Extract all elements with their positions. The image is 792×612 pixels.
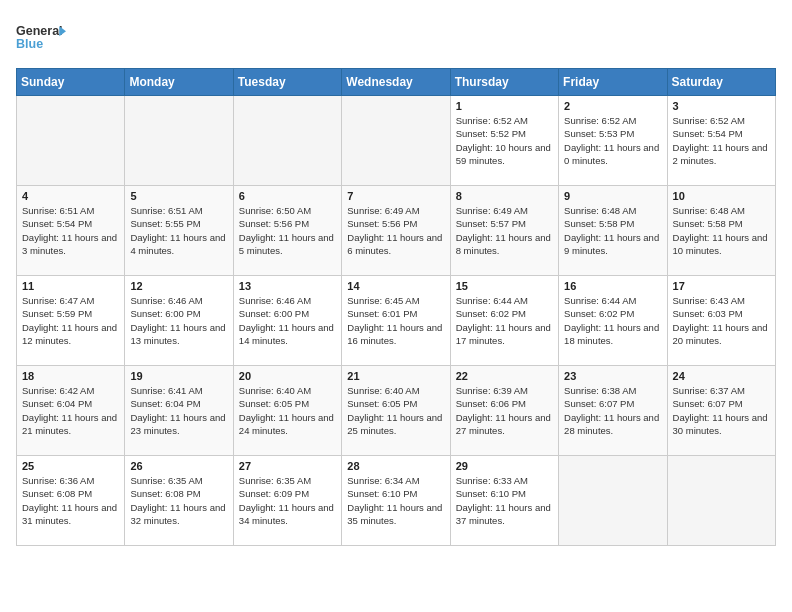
day-info: Sunrise: 6:40 AMSunset: 6:05 PMDaylight:…: [239, 384, 336, 437]
weekday-header: Thursday: [450, 69, 558, 96]
day-info: Sunrise: 6:48 AMSunset: 5:58 PMDaylight:…: [673, 204, 770, 257]
calendar-cell: 11Sunrise: 6:47 AMSunset: 5:59 PMDayligh…: [17, 276, 125, 366]
calendar-cell: [559, 456, 667, 546]
day-number: 29: [456, 460, 553, 472]
day-number: 16: [564, 280, 661, 292]
calendar-cell: 6Sunrise: 6:50 AMSunset: 5:56 PMDaylight…: [233, 186, 341, 276]
day-info: Sunrise: 6:48 AMSunset: 5:58 PMDaylight:…: [564, 204, 661, 257]
calendar-week-row: 11Sunrise: 6:47 AMSunset: 5:59 PMDayligh…: [17, 276, 776, 366]
day-info: Sunrise: 6:52 AMSunset: 5:53 PMDaylight:…: [564, 114, 661, 167]
calendar-cell: 3Sunrise: 6:52 AMSunset: 5:54 PMDaylight…: [667, 96, 775, 186]
calendar-cell: 15Sunrise: 6:44 AMSunset: 6:02 PMDayligh…: [450, 276, 558, 366]
day-number: 24: [673, 370, 770, 382]
day-info: Sunrise: 6:46 AMSunset: 6:00 PMDaylight:…: [239, 294, 336, 347]
calendar-cell: 23Sunrise: 6:38 AMSunset: 6:07 PMDayligh…: [559, 366, 667, 456]
day-info: Sunrise: 6:35 AMSunset: 6:08 PMDaylight:…: [130, 474, 227, 527]
day-number: 11: [22, 280, 119, 292]
calendar-table: SundayMondayTuesdayWednesdayThursdayFrid…: [16, 68, 776, 546]
calendar-cell: 26Sunrise: 6:35 AMSunset: 6:08 PMDayligh…: [125, 456, 233, 546]
calendar-cell: 21Sunrise: 6:40 AMSunset: 6:05 PMDayligh…: [342, 366, 450, 456]
calendar-cell: 18Sunrise: 6:42 AMSunset: 6:04 PMDayligh…: [17, 366, 125, 456]
day-info: Sunrise: 6:40 AMSunset: 6:05 PMDaylight:…: [347, 384, 444, 437]
day-info: Sunrise: 6:41 AMSunset: 6:04 PMDaylight:…: [130, 384, 227, 437]
day-info: Sunrise: 6:45 AMSunset: 6:01 PMDaylight:…: [347, 294, 444, 347]
day-number: 17: [673, 280, 770, 292]
svg-text:General: General: [16, 24, 63, 38]
weekday-header: Friday: [559, 69, 667, 96]
day-number: 8: [456, 190, 553, 202]
calendar-cell: 19Sunrise: 6:41 AMSunset: 6:04 PMDayligh…: [125, 366, 233, 456]
calendar-cell: 28Sunrise: 6:34 AMSunset: 6:10 PMDayligh…: [342, 456, 450, 546]
day-number: 20: [239, 370, 336, 382]
day-info: Sunrise: 6:35 AMSunset: 6:09 PMDaylight:…: [239, 474, 336, 527]
day-number: 23: [564, 370, 661, 382]
calendar-cell: 20Sunrise: 6:40 AMSunset: 6:05 PMDayligh…: [233, 366, 341, 456]
calendar-cell: 5Sunrise: 6:51 AMSunset: 5:55 PMDaylight…: [125, 186, 233, 276]
weekday-header: Monday: [125, 69, 233, 96]
calendar-cell: 1Sunrise: 6:52 AMSunset: 5:52 PMDaylight…: [450, 96, 558, 186]
calendar-cell: 24Sunrise: 6:37 AMSunset: 6:07 PMDayligh…: [667, 366, 775, 456]
day-number: 21: [347, 370, 444, 382]
day-info: Sunrise: 6:36 AMSunset: 6:08 PMDaylight:…: [22, 474, 119, 527]
day-number: 26: [130, 460, 227, 472]
day-info: Sunrise: 6:42 AMSunset: 6:04 PMDaylight:…: [22, 384, 119, 437]
day-number: 12: [130, 280, 227, 292]
day-number: 18: [22, 370, 119, 382]
day-info: Sunrise: 6:46 AMSunset: 6:00 PMDaylight:…: [130, 294, 227, 347]
day-number: 14: [347, 280, 444, 292]
calendar-cell: 2Sunrise: 6:52 AMSunset: 5:53 PMDaylight…: [559, 96, 667, 186]
calendar-week-row: 18Sunrise: 6:42 AMSunset: 6:04 PMDayligh…: [17, 366, 776, 456]
logo: General Blue: [16, 16, 66, 60]
weekday-header: Sunday: [17, 69, 125, 96]
day-info: Sunrise: 6:52 AMSunset: 5:54 PMDaylight:…: [673, 114, 770, 167]
day-number: 3: [673, 100, 770, 112]
header: General Blue: [16, 16, 776, 60]
day-info: Sunrise: 6:49 AMSunset: 5:56 PMDaylight:…: [347, 204, 444, 257]
day-info: Sunrise: 6:39 AMSunset: 6:06 PMDaylight:…: [456, 384, 553, 437]
calendar-week-row: 4Sunrise: 6:51 AMSunset: 5:54 PMDaylight…: [17, 186, 776, 276]
day-number: 15: [456, 280, 553, 292]
day-number: 19: [130, 370, 227, 382]
day-info: Sunrise: 6:43 AMSunset: 6:03 PMDaylight:…: [673, 294, 770, 347]
calendar-cell: 7Sunrise: 6:49 AMSunset: 5:56 PMDaylight…: [342, 186, 450, 276]
day-number: 13: [239, 280, 336, 292]
calendar-cell: 25Sunrise: 6:36 AMSunset: 6:08 PMDayligh…: [17, 456, 125, 546]
calendar-cell: 27Sunrise: 6:35 AMSunset: 6:09 PMDayligh…: [233, 456, 341, 546]
svg-marker-2: [59, 26, 66, 36]
day-info: Sunrise: 6:50 AMSunset: 5:56 PMDaylight:…: [239, 204, 336, 257]
calendar-cell: [125, 96, 233, 186]
day-info: Sunrise: 6:52 AMSunset: 5:52 PMDaylight:…: [456, 114, 553, 167]
calendar-cell: 8Sunrise: 6:49 AMSunset: 5:57 PMDaylight…: [450, 186, 558, 276]
svg-text:Blue: Blue: [16, 37, 43, 51]
day-number: 2: [564, 100, 661, 112]
calendar-cell: 4Sunrise: 6:51 AMSunset: 5:54 PMDaylight…: [17, 186, 125, 276]
day-number: 4: [22, 190, 119, 202]
day-info: Sunrise: 6:38 AMSunset: 6:07 PMDaylight:…: [564, 384, 661, 437]
day-number: 10: [673, 190, 770, 202]
calendar-cell: 14Sunrise: 6:45 AMSunset: 6:01 PMDayligh…: [342, 276, 450, 366]
day-number: 1: [456, 100, 553, 112]
calendar-cell: [17, 96, 125, 186]
day-info: Sunrise: 6:37 AMSunset: 6:07 PMDaylight:…: [673, 384, 770, 437]
calendar-cell: [233, 96, 341, 186]
day-number: 7: [347, 190, 444, 202]
calendar-cell: 10Sunrise: 6:48 AMSunset: 5:58 PMDayligh…: [667, 186, 775, 276]
calendar-cell: [342, 96, 450, 186]
day-number: 22: [456, 370, 553, 382]
calendar-cell: 9Sunrise: 6:48 AMSunset: 5:58 PMDaylight…: [559, 186, 667, 276]
day-number: 25: [22, 460, 119, 472]
calendar-cell: 16Sunrise: 6:44 AMSunset: 6:02 PMDayligh…: [559, 276, 667, 366]
weekday-header: Wednesday: [342, 69, 450, 96]
calendar-week-row: 1Sunrise: 6:52 AMSunset: 5:52 PMDaylight…: [17, 96, 776, 186]
calendar-cell: 17Sunrise: 6:43 AMSunset: 6:03 PMDayligh…: [667, 276, 775, 366]
calendar-cell: 22Sunrise: 6:39 AMSunset: 6:06 PMDayligh…: [450, 366, 558, 456]
calendar-week-row: 25Sunrise: 6:36 AMSunset: 6:08 PMDayligh…: [17, 456, 776, 546]
day-info: Sunrise: 6:44 AMSunset: 6:02 PMDaylight:…: [456, 294, 553, 347]
weekday-header: Tuesday: [233, 69, 341, 96]
day-info: Sunrise: 6:33 AMSunset: 6:10 PMDaylight:…: [456, 474, 553, 527]
day-info: Sunrise: 6:51 AMSunset: 5:54 PMDaylight:…: [22, 204, 119, 257]
logo-svg: General Blue: [16, 16, 66, 60]
day-number: 27: [239, 460, 336, 472]
day-info: Sunrise: 6:34 AMSunset: 6:10 PMDaylight:…: [347, 474, 444, 527]
weekday-header: Saturday: [667, 69, 775, 96]
